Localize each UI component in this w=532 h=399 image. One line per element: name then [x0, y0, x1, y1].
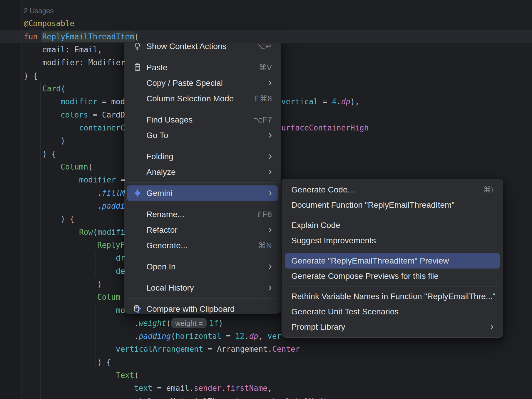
- menu-item-column-selection-mode[interactable]: Column Selection Mode⇧⌘8: [127, 91, 278, 106]
- menu-item-local-history[interactable]: Local History›: [127, 280, 278, 296]
- code-line[interactable]: ReplyF: [97, 239, 125, 252]
- code-line[interactable]: containerC: [79, 121, 125, 134]
- menu-separator: [128, 298, 277, 299]
- menu-item-prompt-library[interactable]: Prompt Library›: [285, 319, 500, 335]
- code-line[interactable]: .paddi: [97, 200, 125, 212]
- code-line[interactable]: mo: [116, 304, 125, 317]
- code-line[interactable]: email: Email,: [42, 43, 102, 56]
- code-token: fun: [24, 32, 42, 41]
- menu-item-label: Explain Code: [291, 221, 340, 230]
- code-line[interactable]: .weight(weight =1f): [134, 317, 223, 330]
- indent-guide: [77, 239, 77, 399]
- indent-guide: [114, 317, 114, 343]
- menu-item-label: Open In: [146, 262, 176, 271]
- code-token: colors: [61, 110, 88, 119]
- compare-clipboard-icon: [133, 304, 146, 314]
- menu-item-label: Generate Code...: [291, 185, 354, 195]
- code-line[interactable]: modifier = mod: [61, 95, 125, 108]
- menu-item-rename[interactable]: Rename...⇧F6: [127, 207, 278, 222]
- menu-item-explain-code[interactable]: Explain Code: [285, 218, 500, 233]
- code-token: =: [116, 175, 125, 184]
- code-token: vertical: [281, 97, 318, 106]
- code-line[interactable]: modifier =: [79, 173, 125, 186]
- chevron-right-icon: ›: [268, 166, 272, 177]
- menu-item-label: Gemini: [146, 189, 173, 198]
- menu-item-find-usages[interactable]: Find Usages⌥F7: [127, 112, 278, 128]
- menu-item-shortcut: ⌘N: [258, 241, 272, 250]
- code-token: ,: [267, 384, 272, 393]
- code-token: typography: [235, 397, 281, 399]
- menu-item-analyze[interactable]: Analyze›: [127, 164, 278, 180]
- menu-item-generate[interactable]: Generate...⌘N: [127, 238, 278, 253]
- code-line[interactable]: Colum: [97, 291, 120, 304]
- code-line[interactable]: colors = CardD: [61, 108, 125, 121]
- code-line[interactable]: 2 Usages: [24, 4, 53, 17]
- code-line[interactable]: ) {: [61, 212, 74, 225]
- code-line[interactable]: ) {: [24, 69, 38, 82]
- code-token: ) {: [97, 358, 111, 367]
- menu-item-generate-unit-test-scenarios[interactable]: Generate Unit Test Scenarios: [285, 304, 500, 319]
- code-line[interactable]: de: [116, 265, 125, 278]
- code-line[interactable]: @Composable: [24, 17, 74, 30]
- code-token: modifier: [79, 175, 116, 184]
- menu-separator: [128, 256, 277, 256]
- code-token: Arrangement: [217, 345, 267, 353]
- menu-item-shortcut: ⌘\: [483, 185, 493, 195]
- code-line[interactable]: .padding(horizontal = 12.dp, ver: [134, 330, 281, 343]
- menu-item-generate-replyemailthreaditem-preview[interactable]: Generate "ReplyEmailThreadItem" Preview: [285, 253, 500, 269]
- code-line[interactable]: ): [61, 134, 65, 147]
- menu-item-open-in[interactable]: Open In›: [127, 259, 278, 274]
- menu-item-gemini[interactable]: Gemini›: [127, 185, 278, 201]
- code-line[interactable]: dr: [116, 252, 125, 264]
- code-token: Card: [42, 84, 61, 93]
- code-line[interactable]: Column(: [61, 160, 93, 173]
- code-token: 2 Usages: [24, 7, 53, 15]
- code-line[interactable]: ) {: [42, 147, 56, 160]
- menu-item-label: Paste: [146, 63, 168, 72]
- code-line[interactable]: Row(modifi: [79, 226, 125, 239]
- code-line[interactable]: modifier: Modifier: [42, 56, 125, 69]
- code-line[interactable]: urfaceContainerHigh: [281, 121, 369, 134]
- menu-item-copy-paste-special[interactable]: Copy / Paste Special›: [127, 75, 278, 91]
- code-line[interactable]: Card(: [42, 82, 65, 95]
- code-line[interactable]: ) {: [97, 356, 111, 369]
- indent-guide: [96, 252, 96, 277]
- code-line[interactable]: fun ReplyEmailThreadItem(: [24, 30, 139, 43]
- code-token: .: [134, 332, 139, 341]
- code-line[interactable]: vertical = 4.dp),: [281, 95, 359, 108]
- code-token: =: [203, 345, 217, 353]
- menu-item-go-to[interactable]: Go To›: [127, 128, 278, 143]
- editor-gutter[interactable]: [0, 0, 21, 399]
- menu-item-label: Refactor: [146, 225, 178, 235]
- menu-item-suggest-improvements[interactable]: Suggest Improvements: [285, 233, 500, 248]
- code-line[interactable]: Text(: [116, 369, 139, 382]
- code-token: fillM: [102, 189, 125, 197]
- code-line[interactable]: style = MaterialTheme.typography.labelMe…: [134, 395, 337, 399]
- menu-item-paste[interactable]: Paste⌘V: [127, 60, 278, 75]
- menu-item-label: Find Usages: [146, 115, 193, 125]
- code-token: paddi: [102, 202, 125, 210]
- code-line[interactable]: verticalArrangement = Arrangement.Center: [116, 343, 300, 356]
- menu-item-folding[interactable]: Folding›: [127, 149, 278, 164]
- code-line[interactable]: text = email.sender.firstName,: [134, 382, 272, 395]
- parameter-name-inlay-hint[interactable]: weight =: [171, 318, 207, 328]
- code-token: (: [134, 371, 139, 380]
- gemini-submenu: Generate Code...⌘\Document Function "Rep…: [282, 179, 503, 338]
- code-token: sender: [194, 384, 222, 393]
- menu-item-rethink-variable-names-in-function-replyemailthre[interactable]: Rethink Variable Names in Function "Repl…: [285, 289, 500, 304]
- menu-item-generate-compose-previews-for-this-file[interactable]: Generate Compose Previews for this file: [285, 269, 500, 284]
- menu-item-label: Suggest Improvements: [291, 236, 376, 245]
- code-token: (: [61, 84, 66, 93]
- menu-separator: [286, 251, 499, 251]
- code-line[interactable]: .fillM: [97, 187, 125, 200]
- chevron-right-icon: ›: [268, 130, 272, 140]
- menu-item-compare-with-clipboard[interactable]: Compare with Clipboard: [127, 301, 278, 317]
- code-token: 12: [235, 332, 244, 341]
- indent-guide: [40, 82, 41, 399]
- menu-item-refactor[interactable]: Refactor›: [127, 222, 278, 238]
- menu-item-generate-code[interactable]: Generate Code...⌘\: [285, 182, 500, 197]
- menu-item-label: Analyze: [146, 167, 176, 177]
- code-line[interactable]: ): [97, 278, 102, 291]
- code-token: ReplyF: [97, 241, 125, 249]
- menu-item-document-function-replyemailthreaditem[interactable]: Document Function "ReplyEmailThreadItem": [285, 197, 500, 213]
